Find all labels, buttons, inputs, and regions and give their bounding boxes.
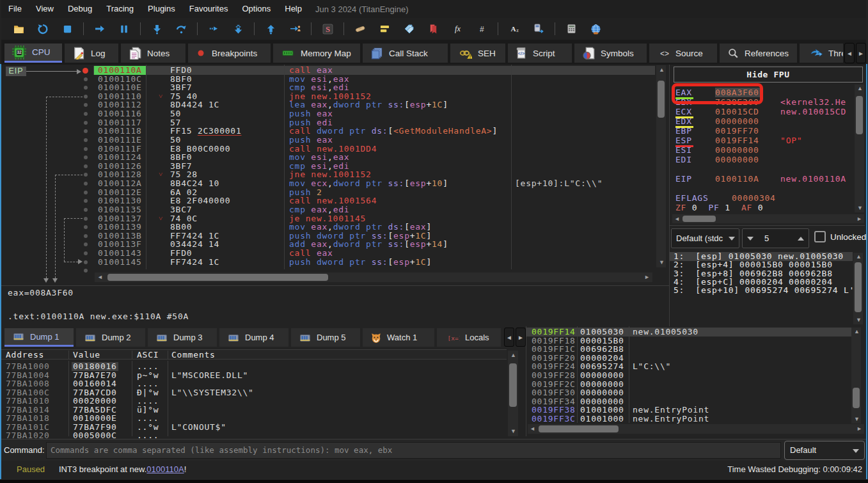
disasm-row[interactable]: 01001145FF7424 1Cpush dword ptr ss:[esp+… — [93, 258, 655, 267]
help-globe-icon[interactable] — [586, 20, 605, 37]
instruction-dot[interactable] — [84, 147, 88, 151]
scroll-down-icon[interactable]: ▼ — [510, 429, 516, 434]
tab-scroll-right-button[interactable]: ► — [856, 43, 866, 63]
argument-row[interactable]: 5: [esp+10] 00695274 00695274 L' — [670, 286, 853, 295]
stack-row[interactable]: 0019FF3400000000 — [526, 397, 851, 406]
stack-row[interactable]: 0019FF1C006962B8 — [526, 345, 851, 354]
register-row[interactable]: EFLAGS00000304 — [675, 193, 797, 203]
tab-seh[interactable]: SEH — [450, 44, 505, 63]
step-out-icon[interactable] — [261, 20, 280, 37]
dump-row[interactable]: 77BA100800160014.... — [1, 379, 507, 388]
dump-tab-dump-3[interactable]: Dump 3 — [148, 328, 217, 347]
spinner-up-icon[interactable] — [798, 237, 804, 241]
register-row[interactable]: ECX010015CDnew.010015CD — [675, 107, 846, 116]
tab-scroll-left-button[interactable]: ◄ — [844, 43, 855, 63]
calling-convention-dropdown[interactable]: Default (stdc — [671, 228, 739, 248]
hash-icon[interactable]: # — [472, 20, 491, 37]
dump-tab-dump-4[interactable]: Dump 4 — [219, 328, 288, 347]
label-icon[interactable] — [399, 20, 418, 37]
disasm-vertical-scrollbar[interactable]: ▲▼ — [656, 65, 666, 267]
register-row[interactable]: ESP0019FF14"OP" — [675, 136, 802, 145]
instruction-dot[interactable] — [84, 173, 88, 177]
dump-tab-dump-5[interactable]: Dump 5 — [291, 328, 360, 347]
dump-row[interactable]: 77BA100C77BA7CD0Ð|°wL"\\SYSTEM32\\" — [1, 388, 507, 397]
font-icon[interactable]: Az — [505, 20, 524, 37]
stack-row[interactable]: 0019FF2C00000000 — [526, 380, 851, 389]
tab-notes[interactable]: Notes — [121, 44, 185, 63]
open-folder-icon[interactable] — [9, 20, 28, 37]
instruction-dot[interactable] — [84, 112, 88, 116]
scroll-right-icon[interactable]: ► — [856, 216, 862, 222]
step-into-icon[interactable] — [147, 20, 166, 37]
function-fx-icon[interactable]: fx — [448, 20, 467, 37]
stop-icon[interactable] — [58, 20, 77, 37]
stack-row[interactable]: 0019FF3C01001000new.EntryPoint — [526, 415, 851, 424]
tab-symbols[interactable]: Symbols — [574, 44, 647, 63]
patch-icon[interactable] — [351, 20, 370, 37]
scroll-thumb[interactable] — [539, 425, 619, 432]
scroll-thumb[interactable] — [509, 363, 517, 407]
instruction-dot[interactable] — [84, 182, 88, 186]
stack-row[interactable]: 0019FF2400695274L"C:\\" — [526, 362, 851, 371]
tab-breakpoints[interactable]: Breakpoints — [188, 44, 271, 63]
instruction-dot[interactable] — [84, 234, 88, 238]
instruction-dot[interactable] — [84, 217, 88, 221]
unlocked-checkbox[interactable] — [814, 231, 826, 242]
tab-source[interactable]: <>Source — [649, 44, 717, 63]
dump-tab-dump-2[interactable]: Dump 2 — [76, 328, 145, 347]
run-icon[interactable] — [90, 20, 109, 37]
instruction-dot[interactable] — [84, 225, 88, 229]
pause-icon[interactable] — [114, 20, 134, 37]
breakpoint-dot[interactable] — [83, 68, 88, 74]
stack-row[interactable]: 0019FF18000015B0 — [526, 337, 851, 345]
dump-row[interactable]: 77BA10180010000E.... — [1, 414, 507, 423]
scroll-up-icon[interactable]: ▲ — [857, 86, 863, 91]
register-row[interactable]: ESI00000000 — [675, 145, 780, 155]
tab-call-stack[interactable]: Call Stack — [363, 44, 448, 63]
register-row[interactable]: EDX00000000 — [675, 116, 780, 126]
dump-row[interactable]: 77BA100477BA7E70p~°wL"MSCOREE.DLL" — [1, 371, 507, 380]
scroll-left-icon[interactable]: ◄ — [97, 274, 103, 280]
argument-row[interactable]: 2: [esp+4] 000015B0 000015B0 — [670, 260, 853, 269]
instruction-dot[interactable] — [84, 103, 88, 107]
scroll-thumb[interactable] — [853, 388, 860, 408]
tab-references[interactable]: References — [720, 44, 797, 63]
instruction-dot[interactable] — [84, 242, 88, 246]
dump-row[interactable]: 77BA101000020000.... — [1, 397, 507, 406]
scroll-down-icon[interactable]: ▼ — [857, 205, 863, 211]
instruction-dot[interactable] — [84, 121, 88, 125]
registers-horizontal-scrollbar[interactable]: ◄► — [672, 214, 864, 223]
menu-file[interactable]: File — [1, 0, 29, 18]
disasm-row[interactable]: 010011353BC7cmp eax,edi — [93, 205, 655, 214]
scroll-right-icon[interactable]: ► — [856, 426, 862, 432]
dump-tab-dump-1[interactable]: Dump 1 — [4, 328, 74, 347]
instruction-dot[interactable] — [84, 199, 88, 203]
menu-tracing[interactable]: Tracing — [99, 0, 141, 18]
menu-view[interactable]: View — [29, 0, 61, 18]
hide-fpu-button[interactable]: Hide FPU — [674, 67, 863, 83]
scroll-left-icon[interactable]: ◄ — [530, 426, 535, 432]
menu-plugins[interactable]: Plugins — [141, 0, 182, 18]
dump-column-header[interactable]: Address — [6, 350, 44, 360]
stack-row[interactable]: 0019FF2800000000 — [526, 371, 851, 380]
command-profile-dropdown[interactable]: Default — [784, 441, 865, 460]
scroll-thumb[interactable] — [855, 262, 862, 312]
stack-row[interactable]: 0019FF1401005030new.01005030 — [526, 328, 851, 337]
dump-row[interactable]: 77BA100000180016.... — [1, 362, 507, 371]
status-address-link[interactable]: 0100110A — [146, 464, 184, 474]
attach-icon[interactable] — [529, 20, 548, 37]
instruction-dot[interactable] — [84, 208, 88, 212]
menu-help[interactable]: Help — [278, 0, 309, 18]
argument-count-spinner[interactable]: 5 — [742, 228, 809, 248]
dump-tab-watch-1[interactable]: Watch 1 — [363, 328, 434, 347]
trace-into-icon[interactable] — [228, 20, 248, 37]
dump-tab-scroll-right-button[interactable]: ► — [516, 328, 526, 347]
dump-tab-scroll-left-button[interactable]: ◄ — [504, 328, 514, 347]
dump-row[interactable]: 77BA101477BA5DFCü]°w — [1, 406, 507, 415]
bookmark-icon[interactable] — [423, 20, 443, 37]
tab-thre[interactable]: Thre — [800, 44, 843, 63]
menu-debug[interactable]: Debug — [61, 0, 99, 18]
argument-row[interactable]: 3: [esp+8] 006962B8 006962B8 — [670, 269, 853, 278]
stack-row[interactable]: 0019FF2000000204 — [526, 354, 851, 363]
stack-row[interactable]: 0019FF3801001000new.EntryPoint — [526, 406, 851, 415]
